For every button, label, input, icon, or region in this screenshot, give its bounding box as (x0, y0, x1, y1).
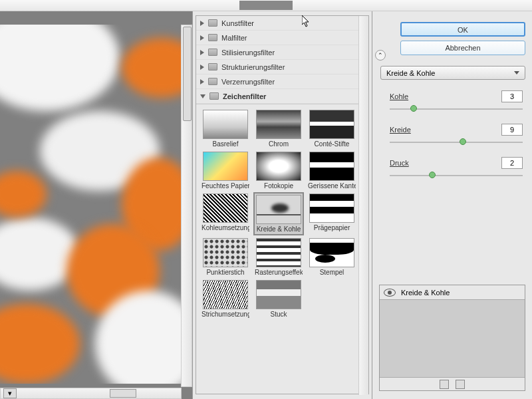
thumbnail-label: Strichumsetzung (201, 311, 249, 318)
filter-thumbnail[interactable]: Chrom (253, 108, 304, 149)
thumbnail-label: Prägepapier (308, 224, 356, 231)
parameter-row: Kreide9 (380, 124, 525, 136)
effects-layer-row[interactable]: Kreide & Kohle (380, 285, 525, 300)
folder-icon (208, 34, 217, 41)
slider-thumb[interactable] (460, 138, 466, 145)
chevron-right-icon (200, 50, 204, 55)
category-row[interactable]: Kunstfilter (196, 16, 368, 31)
thumbnail-preview (309, 238, 354, 267)
parameter-input[interactable]: 2 (501, 157, 523, 169)
category-label: Malfilter (221, 34, 247, 42)
parameter-label: Druck (390, 159, 409, 167)
parameter-row: Kohle3 (380, 90, 525, 102)
filter-thumbnail[interactable]: Punktierstich (200, 237, 251, 277)
thumbnail-preview (309, 110, 354, 139)
chevron-right-icon (200, 21, 204, 26)
thumbnail-label: Rasterungseffekt (255, 269, 303, 276)
category-label: Zeichenfilter (223, 92, 266, 100)
trash-icon[interactable] (456, 380, 465, 389)
thumbnail-preview (203, 238, 248, 267)
filter-thumbnail[interactable]: Fotokopie (253, 150, 304, 191)
active-tab[interactable] (239, 1, 293, 10)
folder-icon (209, 92, 219, 100)
preview-horizontal-scrollbar[interactable]: ▾ (0, 388, 182, 399)
ok-button[interactable]: OK (400, 22, 525, 37)
effects-layer-label: Kreide & Kohle (401, 289, 450, 297)
parameter-label: Kohle (390, 92, 408, 100)
thumbnail-preview (309, 194, 354, 223)
slider-thumb[interactable] (410, 105, 417, 112)
new-layer-icon[interactable] (440, 380, 449, 389)
cancel-button[interactable]: Abbrechen (400, 41, 525, 55)
filter-gallery-panel: KunstfilterMalfilterStilisierungsfilterS… (193, 11, 372, 399)
parameter-row: Druck2 (380, 157, 525, 169)
filter-thumbnail[interactable]: Conté-Stifte (307, 108, 357, 149)
filter-thumbnail[interactable]: Kreide & Kohle (253, 192, 304, 235)
thumbnail-preview (256, 238, 301, 267)
thumbnail-label: Kreide & Kohle (256, 225, 301, 233)
filter-thumbnail[interactable]: Stempel (307, 237, 357, 277)
gallery-scrollbar[interactable] (358, 16, 368, 395)
thumbnail-preview (309, 152, 354, 181)
collapse-icon[interactable]: ⌃ (375, 50, 386, 61)
thumbnail-label: Basrelief (201, 140, 249, 148)
filter-select[interactable]: Kreide & Kohle (380, 66, 525, 80)
chevron-right-icon (200, 35, 204, 41)
thumbnail-preview (256, 152, 301, 181)
category-row[interactable]: Strukturierungsfilter (196, 60, 368, 74)
thumbnail-label: Stuck (255, 311, 303, 318)
thumbnail-label: Kohleumsetzung (201, 224, 249, 231)
thumbnail-preview (203, 280, 248, 309)
filter-thumbnail[interactable]: Strichumsetzung (200, 279, 251, 319)
thumbnail-label: Punktierstich (201, 269, 249, 276)
preview-panel: ▾ (0, 11, 193, 399)
parameter-label: Kreide (390, 126, 411, 134)
thumbnail-label: Conté-Stifte (308, 140, 356, 148)
category-label: Verzerrungsfilter (221, 78, 275, 86)
category-row[interactable]: Malfilter (196, 31, 368, 45)
category-row[interactable]: Verzerrungsfilter (196, 74, 368, 89)
thumbnail-label: Fotokopie (255, 182, 303, 190)
preview-image[interactable] (0, 25, 182, 384)
filter-thumbnail[interactable]: Gerissene Kanten (307, 150, 357, 191)
browser-tab-strip (0, 0, 532, 11)
chevron-down-icon (200, 94, 205, 98)
zoom-out-button[interactable]: ▾ (3, 388, 17, 398)
thumbnail-label: Chrom (255, 140, 303, 148)
thumbnail-label: Stempel (308, 269, 356, 276)
chevron-right-icon (200, 65, 204, 70)
category-label: Stilisierungsfilter (221, 49, 275, 57)
category-label: Strukturierungsfilter (221, 63, 285, 71)
parameter-slider[interactable] (390, 172, 523, 180)
filter-thumbnail[interactable]: Feuchtes Papier (200, 150, 251, 191)
category-label: Kunstfilter (221, 19, 254, 27)
filter-thumbnail[interactable]: Rasterungseffekt (253, 237, 304, 277)
thumbnail-preview (256, 280, 301, 309)
thumbnail-preview (203, 110, 248, 139)
parameter-input[interactable]: 9 (501, 124, 523, 136)
filter-thumbnail[interactable]: Basrelief (200, 108, 251, 149)
chevron-down-icon (514, 71, 519, 74)
thumbnail-preview (203, 152, 248, 181)
chevron-right-icon (200, 79, 204, 84)
thumbnail-label: Gerissene Kanten (308, 182, 356, 190)
settings-panel: ⌃ OK Abbrechen Kreide & Kohle Kohle3Krei… (372, 11, 532, 399)
slider-thumb[interactable] (429, 172, 436, 178)
parameter-input[interactable]: 3 (501, 90, 523, 102)
effects-layers-panel: Kreide & Kohle (379, 285, 525, 391)
thumbnail-preview (256, 110, 301, 139)
thumbnail-label: Feuchtes Papier (201, 182, 249, 190)
category-row[interactable]: Stilisierungsfilter (196, 45, 368, 60)
thumbnail-preview (256, 195, 301, 224)
parameter-slider[interactable] (390, 105, 523, 113)
filter-select-label: Kreide & Kohle (386, 69, 435, 77)
visibility-eye-icon[interactable] (384, 289, 396, 297)
category-row[interactable]: Zeichenfilter (196, 89, 368, 104)
filter-thumbnail[interactable]: Kohleumsetzung (200, 192, 251, 235)
folder-icon (208, 49, 217, 56)
preview-vertical-scrollbar[interactable] (181, 25, 192, 387)
filter-thumbnail[interactable]: Prägepapier (307, 192, 357, 235)
horizontal-scroll-thumb[interactable] (110, 389, 136, 398)
parameter-slider[interactable] (390, 138, 523, 146)
filter-thumbnail[interactable]: Stuck (253, 279, 304, 319)
